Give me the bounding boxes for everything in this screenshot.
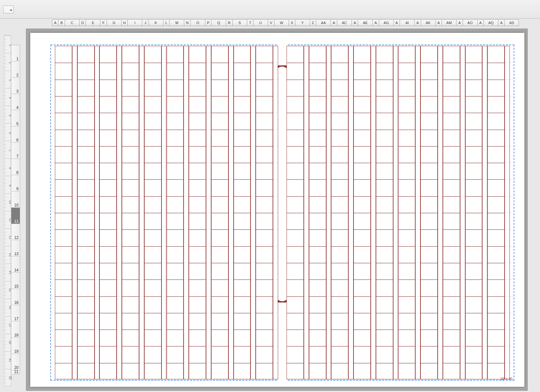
manuscript-column-14[interactable] <box>354 46 371 379</box>
row-header-14[interactable]: 14 <box>11 256 20 272</box>
manuscript-column-8[interactable] <box>211 46 228 379</box>
row-header-12[interactable]: 12 <box>11 224 20 240</box>
column-header-v[interactable]: V <box>268 20 274 26</box>
column-header-u[interactable]: U <box>253 20 268 26</box>
center-gap <box>278 45 287 381</box>
column-header-c[interactable]: C <box>65 20 79 26</box>
column-header-n[interactable]: N <box>184 20 190 26</box>
column-header-z[interactable]: Z <box>310 20 316 26</box>
row-header-3[interactable]: 3 <box>11 77 20 94</box>
column-header-f[interactable]: F <box>100 20 106 26</box>
bracket-top-icon: ︻ <box>277 60 288 70</box>
column-header-i[interactable]: I <box>127 20 142 26</box>
column-header-ai[interactable]: AI <box>400 20 414 26</box>
manuscript-spacer-20 <box>505 46 510 379</box>
column-header-a[interactable]: A <box>456 20 462 26</box>
manuscript-column-19[interactable] <box>465 46 482 379</box>
column-header-d[interactable]: D <box>79 20 85 26</box>
row-header-17[interactable]: 17 <box>11 305 20 321</box>
row-header-15[interactable]: 15 <box>11 272 20 289</box>
column-header-b[interactable]: B <box>58 20 64 26</box>
row-header-6[interactable]: 6 <box>11 126 20 142</box>
vertical-ruler: 1234567891011121314151617181920 <box>4 35 11 386</box>
row-header-5[interactable]: 5 <box>11 110 20 126</box>
column-header-as[interactable]: AS <box>504 20 519 26</box>
row-header-18[interactable]: 18 <box>11 321 20 337</box>
column-header-h[interactable]: H <box>121 20 127 26</box>
column-header-m[interactable]: M <box>169 20 184 26</box>
row-header-19[interactable]: 19 <box>11 337 20 354</box>
manuscript-column-10[interactable] <box>256 46 273 379</box>
column-header-a[interactable]: A <box>435 20 442 26</box>
manuscript-column-6[interactable] <box>167 46 184 379</box>
row-header-7[interactable]: 7 <box>11 142 20 159</box>
manuscript-column-4[interactable] <box>122 46 139 379</box>
name-box-dropdown-icon[interactable] <box>3 6 14 13</box>
column-header-o[interactable]: O <box>190 20 205 26</box>
manuscript-column-17[interactable] <box>420 46 438 379</box>
page-well: ︻ ︼ 10 × 40 <box>26 29 528 391</box>
column-header-q[interactable]: Q <box>211 20 226 26</box>
column-header-a[interactable]: A <box>52 20 58 26</box>
row-header-20[interactable]: 20 <box>11 354 20 370</box>
row-header-10[interactable]: 10 <box>11 191 20 207</box>
column-header-row: ABCDEFGHIJKLMNOPQRSTUVWXYZAAAACAAEAAGAAI… <box>52 20 519 26</box>
manuscript-spacer-16 <box>415 46 420 379</box>
column-header-aa[interactable]: AA <box>316 20 330 26</box>
manuscript-spacer-4 <box>139 46 144 379</box>
column-header-ao[interactable]: AO <box>463 20 477 26</box>
column-header-ae[interactable]: AE <box>358 20 372 26</box>
manuscript-column-9[interactable] <box>234 46 251 379</box>
column-header-a[interactable]: A <box>352 20 358 26</box>
column-header-ag[interactable]: AG <box>379 20 393 26</box>
manuscript-column-3[interactable] <box>99 46 117 379</box>
row-header-21[interactable]: 21 <box>11 370 20 374</box>
manuscript-column-16[interactable] <box>398 46 416 379</box>
column-header-l[interactable]: L <box>163 20 169 26</box>
column-header-x[interactable]: X <box>289 20 295 26</box>
column-header-aq[interactable]: AQ <box>483 20 498 26</box>
manuscript-spacer-14 <box>371 46 376 379</box>
manuscript-column-7[interactable] <box>189 46 206 379</box>
column-header-e[interactable]: E <box>85 20 100 26</box>
row-header-1[interactable]: 1 <box>11 45 20 61</box>
column-header-y[interactable]: Y <box>295 20 310 26</box>
column-header-ac[interactable]: AC <box>337 20 352 26</box>
row-header-11[interactable]: 11 <box>11 207 20 224</box>
manuscript-column-1[interactable] <box>55 46 72 379</box>
manuscript-column-15[interactable] <box>376 46 393 379</box>
row-header-4[interactable]: 4 <box>11 94 20 110</box>
column-header-a[interactable]: A <box>498 20 504 26</box>
column-header-a[interactable]: A <box>393 20 400 26</box>
manuscript-column-20[interactable] <box>487 46 505 379</box>
row-header-2[interactable]: 2 <box>11 61 20 77</box>
column-header-g[interactable]: G <box>107 20 121 26</box>
manuscript-column-18[interactable] <box>443 46 460 379</box>
column-header-j[interactable]: J <box>142 20 148 26</box>
column-header-t[interactable]: T <box>247 20 253 26</box>
manuscript-column-5[interactable] <box>144 46 161 379</box>
manuscript-column-12[interactable] <box>309 46 326 379</box>
row-header-9[interactable]: 9 <box>11 175 20 191</box>
manuscript-spacer-5 <box>161 46 167 379</box>
column-header-a[interactable]: A <box>330 20 337 26</box>
column-header-a[interactable]: A <box>414 20 420 26</box>
column-header-w[interactable]: W <box>274 20 289 26</box>
manuscript-column-13[interactable] <box>331 46 348 379</box>
column-header-s[interactable]: S <box>232 20 247 26</box>
column-header-p[interactable]: P <box>205 20 211 26</box>
manuscript-spacer-2 <box>95 46 100 379</box>
row-header-8[interactable]: 8 <box>11 159 20 175</box>
manuscript-spacer-13 <box>348 46 354 379</box>
column-header-a[interactable]: A <box>372 20 379 26</box>
column-header-am[interactable]: AM <box>442 20 456 26</box>
column-header-a[interactable]: A <box>477 20 483 26</box>
row-header-16[interactable]: 16 <box>11 289 20 305</box>
column-header-r[interactable]: R <box>226 20 232 26</box>
column-header-k[interactable]: K <box>148 20 163 26</box>
manuscript-column-2[interactable] <box>77 46 95 379</box>
manuscript-column-11[interactable] <box>287 46 304 379</box>
row-header-13[interactable]: 13 <box>11 240 20 256</box>
manuscript-spacer-12 <box>326 46 331 379</box>
column-header-ak[interactable]: AK <box>421 20 435 26</box>
